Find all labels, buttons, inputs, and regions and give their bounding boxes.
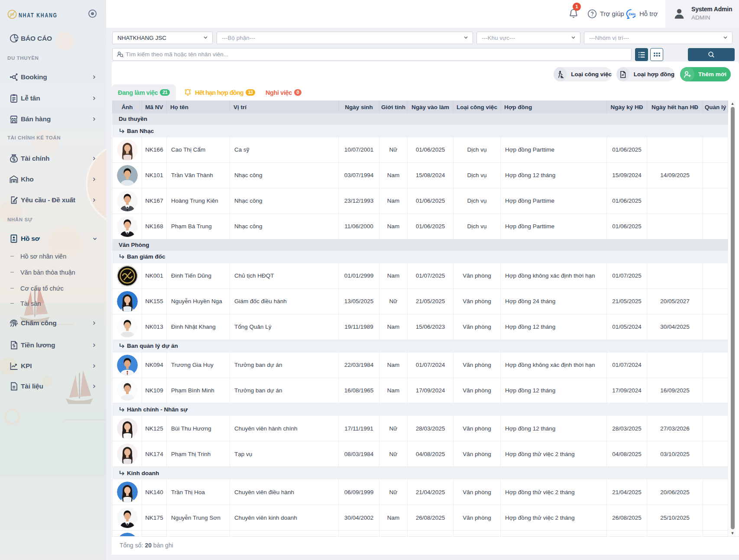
svg-text:Zalo: Zalo bbox=[629, 12, 636, 16]
